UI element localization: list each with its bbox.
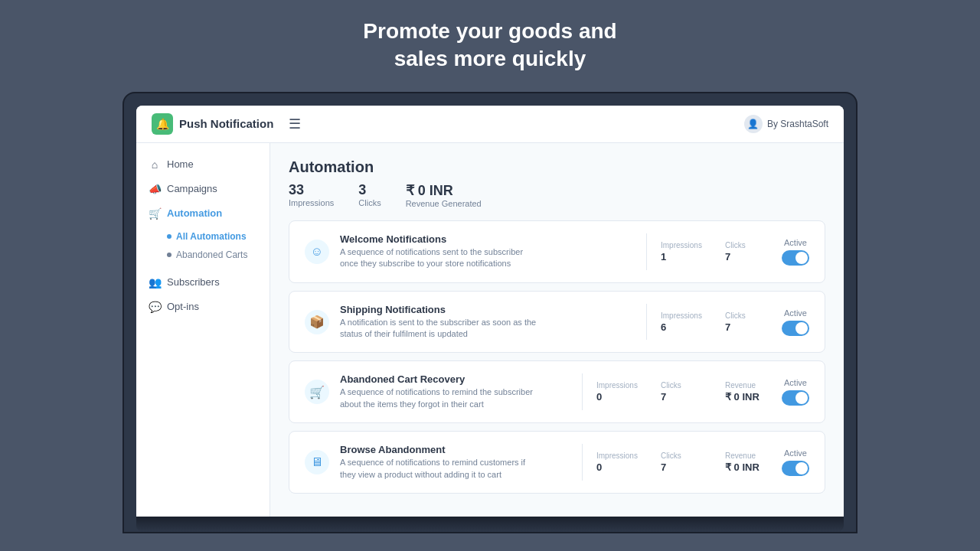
sidebar-item-all-automations[interactable]: All Automations [161, 227, 270, 246]
shipping-status-label: Active [784, 308, 807, 318]
clicks-value: 3 [358, 182, 381, 198]
sidebar-home-label: Home [167, 158, 194, 170]
metric-clicks: Clicks 7 [661, 381, 707, 403]
subscribers-icon: 👥 [149, 276, 161, 289]
welcome-status-label: Active [784, 238, 807, 247]
card-welcome: ☺ Welcome Notifications A sequence of no… [289, 220, 825, 283]
metric-impressions-label: Impressions [596, 452, 642, 460]
browse-info: Browse Abandonment A sequence of notific… [340, 444, 568, 481]
metric-clicks-value: 7 [725, 321, 771, 333]
sidebar-item-automation[interactable]: 🛒 Automation [136, 201, 270, 226]
cart-recovery-icon: 🛒 [305, 380, 329, 404]
screen: 🔔 Push Notification ☰ 👤 By SrashtaSoft ⌂… [136, 106, 844, 517]
divider [582, 444, 583, 481]
metric-impressions-label: Impressions [661, 241, 707, 249]
welcome-info: Welcome Notifications A sequence of noti… [340, 233, 632, 270]
metric-revenue-label: Revenue [725, 452, 771, 460]
main-content: Automation 33 Impressions 3 Clicks ₹ 0 I… [270, 143, 844, 517]
sidebar-campaigns-label: Campaigns [167, 183, 217, 194]
cart-recovery-title: Abandoned Cart Recovery [340, 373, 568, 385]
browse-title: Browse Abandonment [340, 444, 568, 455]
metric-impressions: Impressions 0 [596, 381, 642, 403]
sidebar-item-campaigns[interactable]: 📣 Campaigns [136, 177, 270, 201]
metric-revenue: Revenue ₹ 0 INR [725, 381, 771, 403]
metric-clicks: Clicks 7 [661, 452, 707, 473]
browse-status-label: Active [784, 448, 807, 458]
browse-status: Active [782, 448, 809, 476]
logo-text: Push Notification [179, 117, 273, 130]
welcome-title: Welcome Notifications [340, 233, 632, 245]
impressions-label: Impressions [289, 198, 334, 207]
logo-icon: 🔔 [152, 113, 173, 135]
sidebar-item-subscribers[interactable]: 👥 Subscribers [136, 270, 270, 295]
welcome-icon: ☺ [305, 240, 329, 264]
home-icon: ⌂ [149, 158, 161, 171]
metric-clicks-value: 7 [725, 251, 771, 262]
hero-title: Promote your goods andsales more quickly [363, 18, 616, 73]
cart-recovery-status: Active [782, 378, 809, 406]
metric-clicks: Clicks 7 [725, 241, 771, 262]
metric-impressions-value: 1 [661, 251, 707, 262]
sidebar-item-optins[interactable]: 💬 Opt-ins [136, 295, 270, 319]
app-body: ⌂ Home 📣 Campaigns 🛒 Automation All Auto… [136, 143, 844, 517]
welcome-status: Active [782, 238, 809, 266]
browse-toggle[interactable] [782, 461, 809, 476]
metric-impressions-value: 0 [596, 391, 642, 403]
clicks-label: Clicks [358, 198, 381, 207]
divider [582, 373, 583, 410]
metric-revenue-value: ₹ 0 INR [725, 461, 771, 473]
sidebar: ⌂ Home 📣 Campaigns 🛒 Automation All Auto… [136, 143, 270, 517]
metric-impressions-value: 6 [661, 321, 707, 333]
active-dot [167, 234, 172, 239]
cart-recovery-desc: A sequence of notifications to remind th… [340, 386, 539, 410]
app-header: 🔔 Push Notification ☰ 👤 By SrashtaSoft [136, 106, 844, 143]
shipping-title: Shipping Notifications [340, 304, 632, 315]
metric-impressions-label: Impressions [661, 311, 707, 320]
welcome-metrics: Impressions 1 Clicks 7 [661, 241, 771, 262]
metric-clicks-label: Clicks [725, 311, 771, 320]
metric-impressions: Impressions 1 [661, 241, 707, 262]
user-label: By SrashtaSoft [767, 119, 828, 129]
cart-recovery-metrics: Impressions 0 Clicks 7 Revenue ₹ 0 INR [596, 381, 771, 403]
metric-clicks-value: 7 [661, 461, 707, 473]
shipping-metrics: Impressions 6 Clicks 7 [661, 311, 771, 333]
user-avatar-icon: 👤 [744, 115, 763, 133]
inactive-dot [167, 253, 172, 257]
sidebar-automation-label: Automation [167, 207, 222, 219]
card-cart-recovery: 🛒 Abandoned Cart Recovery A sequence of … [289, 360, 825, 423]
metric-clicks: Clicks 7 [725, 311, 771, 333]
browse-icon: 🖥 [305, 450, 329, 474]
welcome-toggle[interactable] [782, 250, 809, 266]
sidebar-optins-label: Opt-ins [167, 301, 199, 312]
card-browse-abandonment: 🖥 Browse Abandonment A sequence of notif… [289, 431, 825, 494]
divider [646, 304, 647, 341]
laptop-base [136, 517, 844, 532]
automation-icon: 🛒 [149, 207, 161, 220]
user-info: 👤 By SrashtaSoft [744, 115, 828, 133]
metric-impressions-label: Impressions [596, 381, 642, 390]
metric-impressions-value: 0 [596, 461, 642, 473]
shipping-status: Active [782, 308, 809, 336]
shipping-toggle[interactable] [782, 321, 809, 336]
metric-clicks-label: Clicks [661, 381, 707, 390]
metric-clicks-label: Clicks [725, 241, 771, 249]
stat-impressions: 33 Impressions [289, 182, 334, 208]
campaigns-icon: 📣 [149, 183, 161, 195]
metric-impressions: Impressions 0 [596, 452, 642, 473]
shipping-desc: A notification is sent to the subscriber… [340, 317, 539, 341]
abandoned-carts-label: Abandoned Carts [176, 249, 247, 260]
browse-metrics: Impressions 0 Clicks 7 Revenue ₹ 0 INR [596, 452, 771, 473]
laptop-frame: 🔔 Push Notification ☰ 👤 By SrashtaSoft ⌂… [122, 92, 858, 533]
stats-bar: 33 Impressions 3 Clicks ₹ 0 INR Revenue … [289, 182, 825, 208]
browse-desc: A sequence of notifications to remind cu… [340, 457, 539, 481]
cart-recovery-toggle[interactable] [782, 390, 809, 406]
sidebar-item-abandoned-carts[interactable]: Abandoned Carts [161, 246, 270, 264]
metric-revenue: Revenue ₹ 0 INR [725, 452, 771, 473]
metric-revenue-value: ₹ 0 INR [725, 391, 771, 403]
sidebar-item-home[interactable]: ⌂ Home [136, 152, 270, 177]
revenue-value: ₹ 0 INR [406, 182, 482, 199]
hamburger-icon[interactable]: ☰ [289, 116, 301, 132]
cart-recovery-status-label: Active [784, 378, 807, 387]
metric-impressions: Impressions 6 [661, 311, 707, 333]
app-logo: 🔔 Push Notification ☰ [152, 113, 301, 135]
